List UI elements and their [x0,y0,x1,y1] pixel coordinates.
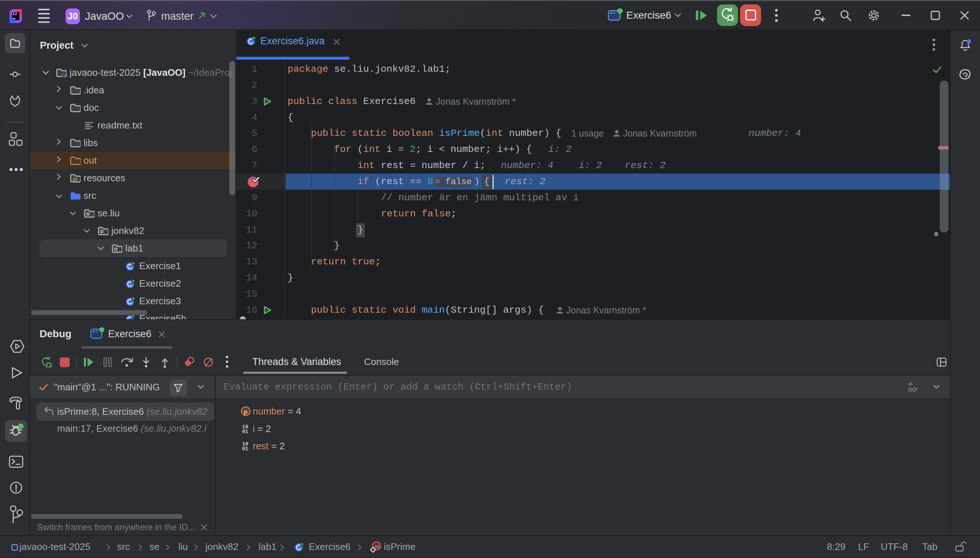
svg-text:01: 01 [242,429,248,434]
svg-text:p: p [244,408,248,415]
svg-text:m: m [374,543,379,550]
svg-text:01: 01 [242,446,248,451]
svg-text:IJ: IJ [12,12,17,16]
